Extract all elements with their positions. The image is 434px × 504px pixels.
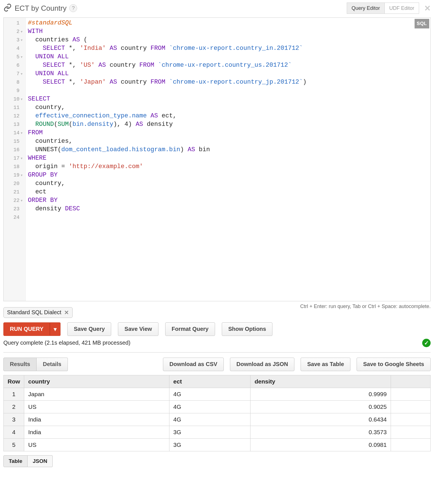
close-icon[interactable]: ✕: [64, 309, 69, 316]
query-status: Query complete (2.1s elapsed, 421 MB pro…: [3, 340, 130, 346]
editor-code[interactable]: #standardSQLWITH countries AS ( SELECT *…: [26, 18, 430, 301]
gutter-line: 7▼: [4, 70, 24, 78]
fold-icon[interactable]: ▼: [21, 154, 23, 163]
cell-density: 0.3573: [250, 426, 391, 438]
fold-icon[interactable]: ▼: [21, 171, 23, 180]
code-line[interactable]: FROM: [28, 129, 429, 137]
table-row[interactable]: 4India3G0.3573: [4, 426, 431, 438]
code-line[interactable]: GROUP BY: [28, 171, 429, 179]
gutter-line: 23: [4, 205, 24, 213]
column-header[interactable]: ect: [169, 375, 250, 388]
show-options-button[interactable]: Show Options: [222, 322, 272, 336]
code-line[interactable]: [28, 213, 429, 222]
gutter-line: 11: [4, 103, 24, 112]
cell-row: 3: [4, 413, 24, 426]
column-header[interactable]: country: [24, 375, 169, 388]
table-row[interactable]: 1Japan4G0.9999: [4, 388, 431, 400]
download-json-button[interactable]: Download as JSON: [230, 358, 294, 371]
dialect-chip-label: Standard SQL Dialect: [7, 309, 61, 316]
fold-icon[interactable]: ▼: [21, 36, 23, 44]
code-line[interactable]: WHERE: [28, 154, 429, 162]
column-header[interactable]: Row: [4, 375, 24, 388]
cell-ect: 3G: [169, 438, 250, 451]
run-query-dropdown[interactable]: ▾: [50, 322, 61, 336]
fold-icon[interactable]: ▼: [21, 197, 23, 205]
gutter-line: 14▼: [4, 129, 24, 137]
column-header[interactable]: density: [250, 375, 391, 388]
cell-spacer: [391, 413, 430, 426]
cell-spacer: [391, 438, 430, 451]
code-line[interactable]: #standardSQL: [28, 19, 429, 27]
dialect-chip[interactable]: Standard SQL Dialect ✕: [3, 307, 73, 318]
code-line[interactable]: ROUND(SUM(bin.density), 4) AS density: [28, 120, 429, 129]
code-line[interactable]: origin = 'http://example.com': [28, 162, 429, 171]
close-icon[interactable]: ✕: [424, 4, 431, 13]
results-view-tabs: Table JSON: [3, 455, 431, 467]
code-line[interactable]: WITH: [28, 27, 429, 36]
code-line[interactable]: density DESC: [28, 205, 429, 213]
gutter-line: 8: [4, 78, 24, 86]
save-as-table-button[interactable]: Save as Table: [301, 358, 350, 371]
save-view-button[interactable]: Save View: [118, 322, 158, 336]
header-bar: ECT by Country ? Query Editor UDF Editor…: [3, 2, 431, 15]
code-line[interactable]: UNION ALL: [28, 70, 429, 78]
code-line[interactable]: SELECT *, 'US' AS country FROM `chrome-u…: [28, 61, 429, 70]
gutter-line: 12: [4, 112, 24, 120]
cell-row: 2: [4, 400, 24, 413]
fold-icon[interactable]: ▼: [21, 53, 23, 61]
code-line[interactable]: ORDER BY: [28, 196, 429, 205]
cell-spacer: [391, 400, 430, 413]
fold-icon[interactable]: ▼: [21, 129, 23, 137]
tab-udf-editor[interactable]: UDF Editor: [384, 3, 419, 14]
cell-density: 0.9999: [250, 388, 391, 400]
success-icon: ✓: [422, 339, 431, 347]
fold-icon[interactable]: ▼: [21, 70, 23, 78]
code-line[interactable]: SELECT *, 'Japan' AS country FROM `chrom…: [28, 78, 429, 86]
code-line[interactable]: countries AS (: [28, 36, 429, 44]
cell-country: India: [24, 413, 169, 426]
code-line[interactable]: SELECT *, 'India' AS country FROM `chrom…: [28, 44, 429, 53]
table-row[interactable]: 5US3G0.0981: [4, 438, 431, 451]
save-to-sheets-button[interactable]: Save to Google Sheets: [357, 358, 431, 371]
cell-country: Japan: [24, 388, 169, 400]
link-icon[interactable]: [3, 3, 12, 13]
code-line[interactable]: UNION ALL: [28, 53, 429, 61]
save-query-button[interactable]: Save Query: [67, 322, 111, 336]
code-line[interactable]: SELECT: [28, 95, 429, 103]
gutter-line: 21: [4, 188, 24, 196]
gutter-line: 19▼: [4, 171, 24, 179]
view-tab-table[interactable]: Table: [3, 455, 28, 467]
gutter-line: 9: [4, 86, 24, 95]
gutter-line: 1: [4, 19, 24, 27]
run-query-button[interactable]: RUN QUERY: [3, 322, 50, 336]
fold-icon[interactable]: ▼: [21, 28, 23, 36]
gutter-line: 15: [4, 137, 24, 146]
format-query-button[interactable]: Format Query: [165, 322, 215, 336]
code-editor[interactable]: 1 2▼3▼4 5▼6 7▼8 9 10▼11 12 13 14▼15 16 1…: [3, 17, 431, 301]
tab-details[interactable]: Details: [37, 358, 68, 371]
results-table: Rowcountryectdensity 1Japan4G0.99992US4G…: [3, 375, 431, 451]
view-tab-json[interactable]: JSON: [28, 455, 53, 467]
code-line[interactable]: countries,: [28, 137, 429, 146]
tab-query-editor[interactable]: Query Editor: [347, 3, 384, 14]
cell-row: 1: [4, 388, 24, 400]
code-line[interactable]: country,: [28, 179, 429, 188]
code-line[interactable]: UNNEST(dom_content_loaded.histogram.bin)…: [28, 146, 429, 154]
download-csv-button[interactable]: Download as CSV: [163, 358, 224, 371]
code-line[interactable]: ect: [28, 188, 429, 196]
help-icon[interactable]: ?: [69, 4, 77, 12]
cell-spacer: [391, 426, 430, 438]
cell-ect: 4G: [169, 400, 250, 413]
gutter-line: 20: [4, 179, 24, 188]
gutter-line: 18: [4, 162, 24, 171]
fold-icon[interactable]: ▼: [21, 95, 23, 104]
code-line[interactable]: country,: [28, 103, 429, 112]
tab-results[interactable]: Results: [3, 358, 37, 371]
pane-splitter[interactable]: [3, 352, 431, 353]
table-row[interactable]: 3India4G0.6434: [4, 413, 431, 426]
code-line[interactable]: [28, 86, 429, 95]
table-row[interactable]: 2US4G0.9025: [4, 400, 431, 413]
column-header-spacer: [391, 375, 430, 388]
code-line[interactable]: effective_connection_type.name AS ect,: [28, 112, 429, 120]
cell-country: US: [24, 438, 169, 451]
